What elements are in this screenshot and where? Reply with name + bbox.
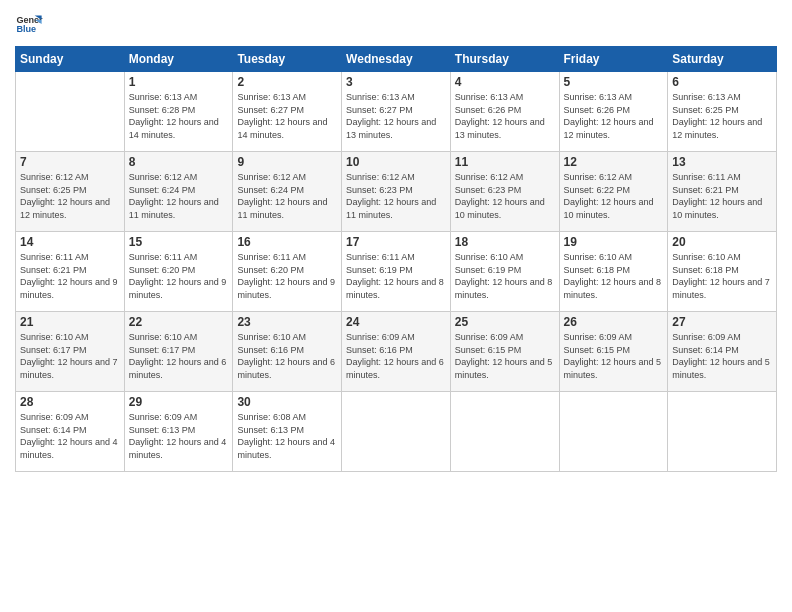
day-number: 17 [346,235,446,249]
day-info: Sunrise: 6:08 AMSunset: 6:13 PMDaylight:… [237,411,337,461]
svg-text:Blue: Blue [16,24,36,34]
day-info: Sunrise: 6:09 AMSunset: 6:15 PMDaylight:… [564,331,664,381]
calendar-cell: 11Sunrise: 6:12 AMSunset: 6:23 PMDayligh… [450,152,559,232]
day-info: Sunrise: 6:12 AMSunset: 6:25 PMDaylight:… [20,171,120,221]
day-of-week-header: Friday [559,47,668,72]
day-number: 6 [672,75,772,89]
day-number: 29 [129,395,229,409]
calendar-cell: 17Sunrise: 6:11 AMSunset: 6:19 PMDayligh… [342,232,451,312]
calendar-cell: 21Sunrise: 6:10 AMSunset: 6:17 PMDayligh… [16,312,125,392]
day-number: 30 [237,395,337,409]
day-number: 11 [455,155,555,169]
day-of-week-header: Monday [124,47,233,72]
day-info: Sunrise: 6:09 AMSunset: 6:13 PMDaylight:… [129,411,229,461]
day-info: Sunrise: 6:13 AMSunset: 6:26 PMDaylight:… [564,91,664,141]
day-info: Sunrise: 6:13 AMSunset: 6:27 PMDaylight:… [346,91,446,141]
calendar-week-row: 21Sunrise: 6:10 AMSunset: 6:17 PMDayligh… [16,312,777,392]
calendar-cell: 13Sunrise: 6:11 AMSunset: 6:21 PMDayligh… [668,152,777,232]
calendar-cell: 8Sunrise: 6:12 AMSunset: 6:24 PMDaylight… [124,152,233,232]
day-info: Sunrise: 6:10 AMSunset: 6:17 PMDaylight:… [129,331,229,381]
calendar-week-row: 1Sunrise: 6:13 AMSunset: 6:28 PMDaylight… [16,72,777,152]
day-number: 13 [672,155,772,169]
day-number: 24 [346,315,446,329]
day-info: Sunrise: 6:11 AMSunset: 6:20 PMDaylight:… [129,251,229,301]
day-number: 12 [564,155,664,169]
day-number: 10 [346,155,446,169]
calendar-cell [342,392,451,472]
day-of-week-header: Saturday [668,47,777,72]
day-number: 28 [20,395,120,409]
calendar-cell: 23Sunrise: 6:10 AMSunset: 6:16 PMDayligh… [233,312,342,392]
day-info: Sunrise: 6:10 AMSunset: 6:18 PMDaylight:… [564,251,664,301]
day-number: 18 [455,235,555,249]
logo: General Blue [15,10,43,38]
day-number: 26 [564,315,664,329]
calendar-cell: 10Sunrise: 6:12 AMSunset: 6:23 PMDayligh… [342,152,451,232]
page: General Blue SundayMondayTuesdayWednesda… [0,0,792,612]
day-number: 3 [346,75,446,89]
day-number: 19 [564,235,664,249]
day-info: Sunrise: 6:13 AMSunset: 6:28 PMDaylight:… [129,91,229,141]
calendar-cell: 2Sunrise: 6:13 AMSunset: 6:27 PMDaylight… [233,72,342,152]
day-number: 22 [129,315,229,329]
calendar-cell [668,392,777,472]
calendar-cell: 7Sunrise: 6:12 AMSunset: 6:25 PMDaylight… [16,152,125,232]
calendar-cell: 30Sunrise: 6:08 AMSunset: 6:13 PMDayligh… [233,392,342,472]
calendar-cell: 26Sunrise: 6:09 AMSunset: 6:15 PMDayligh… [559,312,668,392]
day-info: Sunrise: 6:11 AMSunset: 6:21 PMDaylight:… [20,251,120,301]
day-info: Sunrise: 6:12 AMSunset: 6:22 PMDaylight:… [564,171,664,221]
calendar-cell [450,392,559,472]
day-number: 9 [237,155,337,169]
calendar-week-row: 14Sunrise: 6:11 AMSunset: 6:21 PMDayligh… [16,232,777,312]
calendar-cell [559,392,668,472]
day-info: Sunrise: 6:11 AMSunset: 6:19 PMDaylight:… [346,251,446,301]
day-info: Sunrise: 6:13 AMSunset: 6:26 PMDaylight:… [455,91,555,141]
day-number: 4 [455,75,555,89]
calendar-header-row: SundayMondayTuesdayWednesdayThursdayFrid… [16,47,777,72]
calendar-cell: 18Sunrise: 6:10 AMSunset: 6:19 PMDayligh… [450,232,559,312]
calendar-cell: 6Sunrise: 6:13 AMSunset: 6:25 PMDaylight… [668,72,777,152]
calendar-cell: 27Sunrise: 6:09 AMSunset: 6:14 PMDayligh… [668,312,777,392]
day-of-week-header: Tuesday [233,47,342,72]
day-info: Sunrise: 6:13 AMSunset: 6:27 PMDaylight:… [237,91,337,141]
calendar-week-row: 28Sunrise: 6:09 AMSunset: 6:14 PMDayligh… [16,392,777,472]
day-number: 23 [237,315,337,329]
day-info: Sunrise: 6:11 AMSunset: 6:20 PMDaylight:… [237,251,337,301]
day-info: Sunrise: 6:12 AMSunset: 6:23 PMDaylight:… [346,171,446,221]
calendar-cell: 28Sunrise: 6:09 AMSunset: 6:14 PMDayligh… [16,392,125,472]
calendar-cell: 1Sunrise: 6:13 AMSunset: 6:28 PMDaylight… [124,72,233,152]
calendar-cell: 20Sunrise: 6:10 AMSunset: 6:18 PMDayligh… [668,232,777,312]
day-number: 14 [20,235,120,249]
calendar-cell: 14Sunrise: 6:11 AMSunset: 6:21 PMDayligh… [16,232,125,312]
calendar-week-row: 7Sunrise: 6:12 AMSunset: 6:25 PMDaylight… [16,152,777,232]
day-of-week-header: Sunday [16,47,125,72]
day-number: 2 [237,75,337,89]
day-info: Sunrise: 6:11 AMSunset: 6:21 PMDaylight:… [672,171,772,221]
day-of-week-header: Wednesday [342,47,451,72]
day-info: Sunrise: 6:10 AMSunset: 6:16 PMDaylight:… [237,331,337,381]
day-number: 1 [129,75,229,89]
day-info: Sunrise: 6:09 AMSunset: 6:14 PMDaylight:… [20,411,120,461]
day-number: 5 [564,75,664,89]
day-number: 25 [455,315,555,329]
calendar-cell: 12Sunrise: 6:12 AMSunset: 6:22 PMDayligh… [559,152,668,232]
calendar-cell: 25Sunrise: 6:09 AMSunset: 6:15 PMDayligh… [450,312,559,392]
day-number: 20 [672,235,772,249]
calendar-cell: 16Sunrise: 6:11 AMSunset: 6:20 PMDayligh… [233,232,342,312]
day-info: Sunrise: 6:12 AMSunset: 6:24 PMDaylight:… [129,171,229,221]
calendar-cell: 9Sunrise: 6:12 AMSunset: 6:24 PMDaylight… [233,152,342,232]
calendar-cell: 19Sunrise: 6:10 AMSunset: 6:18 PMDayligh… [559,232,668,312]
header: General Blue [15,10,777,38]
day-number: 27 [672,315,772,329]
calendar-cell: 3Sunrise: 6:13 AMSunset: 6:27 PMDaylight… [342,72,451,152]
logo-icon: General Blue [15,10,43,38]
calendar-cell: 4Sunrise: 6:13 AMSunset: 6:26 PMDaylight… [450,72,559,152]
day-number: 7 [20,155,120,169]
calendar-cell: 24Sunrise: 6:09 AMSunset: 6:16 PMDayligh… [342,312,451,392]
day-of-week-header: Thursday [450,47,559,72]
day-info: Sunrise: 6:10 AMSunset: 6:18 PMDaylight:… [672,251,772,301]
day-info: Sunrise: 6:12 AMSunset: 6:24 PMDaylight:… [237,171,337,221]
calendar-cell: 15Sunrise: 6:11 AMSunset: 6:20 PMDayligh… [124,232,233,312]
calendar-cell: 5Sunrise: 6:13 AMSunset: 6:26 PMDaylight… [559,72,668,152]
day-info: Sunrise: 6:09 AMSunset: 6:16 PMDaylight:… [346,331,446,381]
